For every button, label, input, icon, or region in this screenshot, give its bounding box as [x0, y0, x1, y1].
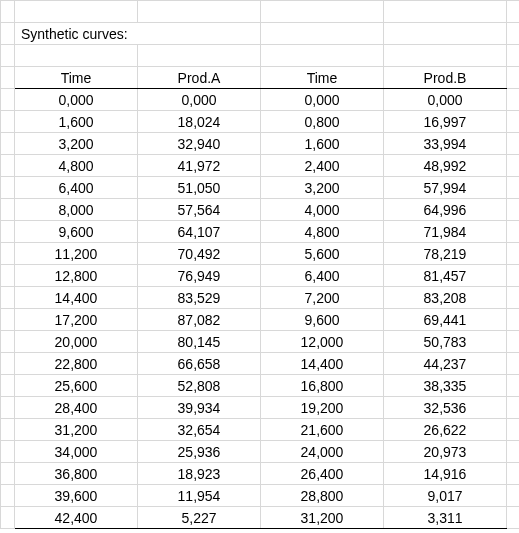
cell[interactable]: 87,082 — [138, 309, 261, 331]
cell[interactable]: 6,400 — [15, 177, 138, 199]
cell[interactable]: 57,564 — [138, 199, 261, 221]
cell[interactable]: 32,536 — [384, 397, 507, 419]
table-row: 20,00080,14512,00050,783 — [1, 331, 520, 353]
cell[interactable]: 32,940 — [138, 133, 261, 155]
table-row: 25,60052,80816,80038,335 — [1, 375, 520, 397]
cell[interactable]: 8,000 — [15, 199, 138, 221]
cell[interactable]: 48,992 — [384, 155, 507, 177]
cell[interactable]: 21,600 — [261, 419, 384, 441]
cell[interactable]: 34,000 — [15, 441, 138, 463]
col-header-prod-a[interactable]: Prod.A — [138, 67, 261, 89]
cell[interactable]: 64,107 — [138, 221, 261, 243]
cell[interactable]: 80,145 — [138, 331, 261, 353]
cell[interactable]: 3,311 — [384, 507, 507, 529]
cell[interactable]: 4,000 — [261, 199, 384, 221]
cell[interactable]: 26,400 — [261, 463, 384, 485]
cell[interactable]: 50,783 — [384, 331, 507, 353]
cell[interactable]: 3,200 — [15, 133, 138, 155]
cell[interactable]: 12,000 — [261, 331, 384, 353]
cell[interactable]: 41,972 — [138, 155, 261, 177]
cell[interactable]: 11,200 — [15, 243, 138, 265]
col-header-time-a[interactable]: Time — [15, 67, 138, 89]
cell[interactable]: 71,984 — [384, 221, 507, 243]
cell[interactable]: 64,996 — [384, 199, 507, 221]
cell[interactable]: 20,000 — [15, 331, 138, 353]
cell[interactable]: 0,800 — [261, 111, 384, 133]
cell[interactable]: 0,000 — [384, 89, 507, 111]
cell[interactable]: 12,800 — [15, 265, 138, 287]
cell[interactable]: 9,600 — [261, 309, 384, 331]
cell[interactable]: 25,600 — [15, 375, 138, 397]
col-header-prod-b[interactable]: Prod.B — [384, 67, 507, 89]
cell[interactable]: 22,800 — [15, 353, 138, 375]
cell[interactable]: 70,492 — [138, 243, 261, 265]
cell[interactable]: 78,219 — [384, 243, 507, 265]
cell[interactable]: 31,200 — [261, 507, 384, 529]
blank-row — [1, 45, 520, 67]
cell[interactable]: 25,936 — [138, 441, 261, 463]
cell[interactable]: 6,400 — [261, 265, 384, 287]
table-row: 3,20032,9401,60033,994 — [1, 133, 520, 155]
cell[interactable]: 52,808 — [138, 375, 261, 397]
cell[interactable]: 16,997 — [384, 111, 507, 133]
cell[interactable]: 14,400 — [261, 353, 384, 375]
cell[interactable]: 39,934 — [138, 397, 261, 419]
cell[interactable]: 18,024 — [138, 111, 261, 133]
cell[interactable]: 18,923 — [138, 463, 261, 485]
cell[interactable]: 5,600 — [261, 243, 384, 265]
cell[interactable]: 7,200 — [261, 287, 384, 309]
cell[interactable]: 83,208 — [384, 287, 507, 309]
cell[interactable]: 14,400 — [15, 287, 138, 309]
data-table: Synthetic curves: Time Prod.A Time Prod.… — [0, 0, 519, 529]
cell[interactable]: 76,949 — [138, 265, 261, 287]
cell[interactable]: 14,916 — [384, 463, 507, 485]
cell[interactable]: 83,529 — [138, 287, 261, 309]
title-cell[interactable]: Synthetic curves: — [15, 23, 261, 45]
table-row: 31,20032,65421,60026,622 — [1, 419, 520, 441]
cell[interactable]: 42,400 — [15, 507, 138, 529]
cell[interactable]: 24,000 — [261, 441, 384, 463]
table-row: 14,40083,5297,20083,208 — [1, 287, 520, 309]
col-header-time-b[interactable]: Time — [261, 67, 384, 89]
cell[interactable]: 44,237 — [384, 353, 507, 375]
cell[interactable]: 81,457 — [384, 265, 507, 287]
cell[interactable]: 2,400 — [261, 155, 384, 177]
cell[interactable]: 9,017 — [384, 485, 507, 507]
cell[interactable]: 3,200 — [261, 177, 384, 199]
cell[interactable]: 16,800 — [261, 375, 384, 397]
cell[interactable]: 51,050 — [138, 177, 261, 199]
cell[interactable]: 57,994 — [384, 177, 507, 199]
cell[interactable]: 28,400 — [15, 397, 138, 419]
cell[interactable]: 1,600 — [261, 133, 384, 155]
table-row: 8,00057,5644,00064,996 — [1, 199, 520, 221]
cell[interactable]: 0,000 — [138, 89, 261, 111]
cell[interactable]: 38,335 — [384, 375, 507, 397]
cell[interactable]: 17,200 — [15, 309, 138, 331]
cell[interactable]: 19,200 — [261, 397, 384, 419]
cell[interactable]: 11,954 — [138, 485, 261, 507]
cell[interactable]: 20,973 — [384, 441, 507, 463]
cell[interactable]: 26,622 — [384, 419, 507, 441]
table-row: 17,20087,0829,60069,441 — [1, 309, 520, 331]
table-row: 6,40051,0503,20057,994 — [1, 177, 520, 199]
header-row: Time Prod.A Time Prod.B — [1, 67, 520, 89]
cell[interactable]: 33,994 — [384, 133, 507, 155]
cell[interactable]: 5,227 — [138, 507, 261, 529]
cell[interactable]: 32,654 — [138, 419, 261, 441]
cell[interactable]: 0,000 — [15, 89, 138, 111]
table-row: 42,4005,22731,2003,311 — [1, 507, 520, 529]
cell[interactable]: 66,658 — [138, 353, 261, 375]
cell[interactable]: 1,600 — [15, 111, 138, 133]
table-row: 28,40039,93419,20032,536 — [1, 397, 520, 419]
cell[interactable]: 0,000 — [261, 89, 384, 111]
table-row: 1,60018,0240,80016,997 — [1, 111, 520, 133]
cell[interactable]: 9,600 — [15, 221, 138, 243]
cell[interactable]: 36,800 — [15, 463, 138, 485]
cell[interactable]: 31,200 — [15, 419, 138, 441]
table-row: 36,80018,92326,40014,916 — [1, 463, 520, 485]
cell[interactable]: 69,441 — [384, 309, 507, 331]
cell[interactable]: 4,800 — [261, 221, 384, 243]
cell[interactable]: 4,800 — [15, 155, 138, 177]
cell[interactable]: 28,800 — [261, 485, 384, 507]
cell[interactable]: 39,600 — [15, 485, 138, 507]
